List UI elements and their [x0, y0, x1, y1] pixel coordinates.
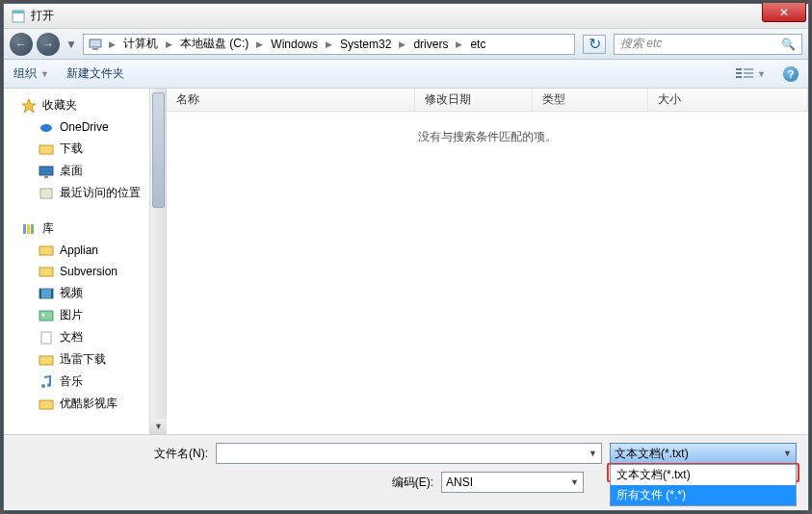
file-list-area: 名称 修改日期 类型 大小 没有与搜索条件匹配的项。 — [167, 89, 808, 434]
sidebar-item-subversion[interactable]: Subversion — [4, 261, 149, 282]
filetype-combo[interactable]: 文本文档(*.txt) ▼ — [610, 443, 797, 464]
breadcrumb-bar[interactable]: ▶ 计算机 ▶ 本地磁盘 (C:) ▶ Windows ▶ System32 ▶… — [83, 34, 575, 55]
bottom-panel: 文件名(N): ▼ 文本文档(*.txt) ▼ 文本文档(*.txt) 所有文件… — [4, 434, 808, 510]
svg-rect-9 — [744, 76, 753, 78]
chevron-right-icon: ▶ — [254, 39, 265, 49]
sidebar-item-xunlei[interactable]: 迅雷下载 — [4, 348, 149, 371]
svg-rect-17 — [27, 224, 30, 234]
sidebar-item-pictures[interactable]: 图片 — [4, 304, 149, 326]
sidebar-fav-header[interactable]: 收藏夹 — [4, 94, 149, 116]
library-icon — [21, 221, 37, 237]
svg-rect-14 — [44, 176, 48, 178]
close-icon: ✕ — [779, 6, 789, 19]
svg-point-25 — [42, 313, 45, 316]
refresh-button[interactable]: ↻ — [583, 35, 606, 54]
col-size[interactable]: 大小 — [648, 89, 808, 111]
svg-rect-18 — [31, 224, 34, 234]
view-icon — [735, 67, 754, 81]
forward-button[interactable]: → — [37, 33, 60, 56]
svg-rect-24 — [39, 311, 53, 321]
svg-rect-16 — [23, 224, 26, 234]
sidebar-item-video[interactable]: 视频 — [4, 282, 149, 304]
svg-rect-30 — [39, 400, 53, 409]
crumb-drive[interactable]: 本地磁盘 (C:) — [174, 36, 254, 52]
encoding-label: 编码(E): — [15, 475, 433, 491]
sidebar-item-music[interactable]: 音乐 — [4, 371, 149, 393]
sidebar-item-youku[interactable]: 优酷影视库 — [4, 393, 149, 415]
help-button[interactable]: ? — [783, 66, 799, 82]
desktop-icon — [39, 164, 54, 179]
crumb-windows[interactable]: Windows — [265, 38, 324, 51]
navbar: ← → ▼ ▶ 计算机 ▶ 本地磁盘 (C:) ▶ Windows ▶ Syst… — [4, 29, 808, 60]
svg-rect-4 — [736, 68, 742, 70]
refresh-icon: ↻ — [589, 35, 601, 53]
svg-rect-8 — [744, 72, 753, 74]
notepad-icon — [12, 10, 25, 23]
file-list[interactable]: 没有与搜索条件匹配的项。 — [167, 112, 808, 434]
help-icon: ? — [788, 68, 795, 80]
sidebar-item-recent[interactable]: 最近访问的位置 — [4, 182, 149, 204]
scrollbar-thumb[interactable] — [152, 92, 165, 208]
crumb-system32[interactable]: System32 — [334, 38, 397, 51]
new-folder-button[interactable]: 新建文件夹 — [66, 65, 124, 82]
svg-rect-21 — [39, 289, 53, 298]
sidebar-item-documents[interactable]: 文档 — [4, 326, 149, 348]
encoding-combo[interactable]: ANSI ▼ — [441, 472, 584, 493]
col-name[interactable]: 名称 — [167, 89, 415, 111]
sidebar-item-downloads[interactable]: 下载 — [4, 138, 149, 160]
svg-rect-3 — [92, 48, 98, 50]
filename-input[interactable]: ▼ — [216, 443, 602, 464]
sidebar: 收藏夹 OneDrive 下载 桌面 最近访问的位置 库 Applian Sub… — [4, 89, 150, 434]
back-button[interactable]: ← — [10, 33, 33, 56]
empty-message: 没有与搜索条件匹配的项。 — [418, 129, 557, 145]
scroll-down-icon[interactable]: ▼ — [150, 419, 167, 434]
chevron-right-icon: ▶ — [164, 39, 174, 49]
filetype-option-txt[interactable]: 文本文档(*.txt) — [611, 465, 796, 485]
history-dropdown[interactable]: ▼ — [64, 37, 79, 52]
video-icon — [39, 286, 54, 301]
folder-icon — [39, 397, 54, 412]
music-icon — [39, 374, 54, 390]
toolbar: 组织 ▼ 新建文件夹 ▼ ? — [4, 60, 808, 89]
sidebar-scrollbar[interactable]: ▼ — [150, 89, 167, 434]
svg-rect-12 — [39, 145, 53, 154]
arrow-right-icon: → — [42, 38, 54, 51]
filename-label: 文件名(N): — [15, 446, 208, 462]
view-button[interactable]: ▼ — [735, 67, 766, 81]
close-button[interactable]: ✕ — [762, 3, 806, 22]
folder-icon — [39, 141, 54, 157]
titlebar: 打开 ✕ — [4, 4, 808, 29]
crumb-computer[interactable]: 计算机 — [118, 36, 164, 52]
recent-icon — [39, 186, 54, 201]
col-type[interactable]: 类型 — [533, 89, 648, 111]
organize-button[interactable]: 组织 ▼ — [13, 65, 49, 82]
search-placeholder: 搜索 etc — [620, 36, 662, 52]
filetype-option-all[interactable]: 所有文件 (*.*) — [611, 485, 796, 505]
sidebar-item-onedrive[interactable]: OneDrive — [4, 116, 149, 138]
filetype-dropdown: 文本文档(*.txt) 所有文件 (*.*) — [610, 464, 797, 506]
chevron-down-icon: ▼ — [570, 477, 579, 487]
chevron-right-icon: ▶ — [454, 39, 464, 49]
chevron-down-icon: ▼ — [757, 69, 766, 79]
column-headers: 名称 修改日期 类型 大小 — [167, 89, 808, 112]
svg-rect-22 — [39, 289, 41, 298]
search-input[interactable]: 搜索 etc 🔍 — [614, 34, 802, 55]
open-dialog-window: 打开 ✕ ← → ▼ ▶ 计算机 ▶ 本地磁盘 (C:) ▶ Windows ▶… — [3, 3, 809, 511]
crumb-etc[interactable]: etc — [464, 38, 491, 51]
sidebar-item-desktop[interactable]: 桌面 — [4, 160, 149, 182]
cloud-icon — [39, 119, 54, 135]
picture-icon — [39, 308, 54, 323]
svg-rect-20 — [39, 268, 53, 276]
crumb-drivers[interactable]: drivers — [407, 38, 454, 51]
svg-rect-5 — [736, 72, 742, 74]
svg-point-29 — [47, 383, 51, 387]
svg-rect-2 — [90, 39, 101, 47]
svg-rect-13 — [39, 167, 53, 175]
svg-rect-23 — [51, 289, 53, 298]
download-icon — [39, 352, 54, 368]
col-modified[interactable]: 修改日期 — [415, 89, 533, 111]
sidebar-item-applian[interactable]: Applian — [4, 240, 149, 261]
svg-rect-7 — [744, 68, 753, 70]
sidebar-lib-header[interactable]: 库 — [4, 218, 149, 240]
chevron-right-icon: ▶ — [397, 39, 407, 49]
